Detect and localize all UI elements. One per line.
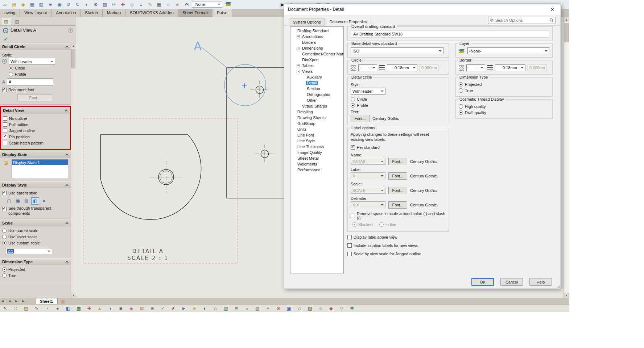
- tree-item-orthographic[interactable]: Orthographic: [290, 92, 343, 97]
- panel-scrollbar[interactable]: ▴ ▾: [71, 43, 76, 298]
- tree-item-drawing-sheets[interactable]: Drawing Sheets: [290, 115, 343, 121]
- macro-icon-13[interactable]: ⊕: [149, 306, 155, 311]
- tab-view-layout[interactable]: View Layout: [20, 9, 51, 17]
- macro-icon-23[interactable]: ▧: [255, 306, 260, 311]
- macro-icon-6[interactable]: ▦: [76, 306, 82, 311]
- appearance-icon[interactable]: ▨: [101, 1, 108, 8]
- per-standard-checkbox[interactable]: Per standard: [351, 144, 446, 151]
- help-button[interactable]: Help: [529, 278, 552, 286]
- macro-icon-2[interactable]: ✎: [34, 306, 40, 311]
- search-icon[interactable]: [549, 18, 554, 22]
- projected-radio[interactable]: Projected: [459, 81, 549, 87]
- ok-button[interactable]: OK: [471, 278, 494, 286]
- view-icon[interactable]: ◉: [56, 1, 63, 8]
- circle-line-style-dropdown[interactable]: [358, 64, 377, 71]
- next-sheet-button[interactable]: ▶: [14, 299, 19, 304]
- drawing-vertical-scrollbar[interactable]: ▴ ▾: [563, 17, 569, 298]
- macro-icon-18[interactable]: ◐: [202, 306, 208, 311]
- scroll-thumb[interactable]: [564, 23, 569, 42]
- tree-item-annotations[interactable]: +Annotations: [290, 34, 343, 39]
- scale-by-view-scale-checkbox[interactable]: Scale by view scale for Jagged outline: [347, 251, 449, 257]
- use-parent-scale-radio[interactable]: Use parent scale: [2, 228, 69, 234]
- true-radio[interactable]: True: [2, 273, 69, 279]
- dimension-type-section-header[interactable]: Dimension Type: [0, 258, 71, 265]
- configurations-tab[interactable]: ▥: [12, 18, 22, 25]
- tree-expander-icon[interactable]: +: [297, 35, 300, 38]
- tree-item-sheet-metal[interactable]: Sheet Metal: [290, 155, 343, 161]
- use-custom-scale-radio[interactable]: Use custom scale: [2, 240, 69, 246]
- profile-radio[interactable]: Profile: [9, 71, 69, 77]
- dialog-title-bar[interactable]: Document Properties - Detail ✕: [284, 4, 561, 15]
- tab-solidworks-add-ins[interactable]: SOLIDWORKS Add-Ins: [125, 9, 178, 17]
- tree-item-image-quality[interactable]: Image Quality: [290, 150, 343, 155]
- scale-hatch-pattern-checkbox[interactable]: Scale hatch pattern: [3, 140, 68, 146]
- see-through-transparent-checkbox[interactable]: See through transparent components: [2, 206, 69, 216]
- macro-icon-14[interactable]: ✓: [160, 306, 166, 311]
- smart-dimension-icon[interactable]: ✚: [119, 1, 127, 8]
- no-outline-checkbox[interactable]: No outline: [3, 115, 68, 121]
- draft-quality-radio[interactable]: Draft quality: [459, 109, 549, 116]
- tab-annotation[interactable]: Annotation: [52, 9, 81, 17]
- jagged-outline-checkbox[interactable]: Jagged outline: [3, 127, 68, 134]
- tree-item-line-thickness[interactable]: Line Thickness: [290, 144, 343, 150]
- tree-item-line-font[interactable]: Line Font: [290, 132, 343, 138]
- label-option-dropdown[interactable]: X:X: [351, 201, 385, 208]
- include-location-labels-checkbox[interactable]: Include location labels for new views: [347, 243, 449, 249]
- font-button[interactable]: Font...: [17, 94, 52, 101]
- confirm-check-button[interactable]: ✓: [4, 36, 8, 42]
- document-font-checkbox[interactable]: Document font: [2, 87, 69, 93]
- sketch-icon[interactable]: ✏: [110, 1, 117, 8]
- tree-item-detailing[interactable]: Detailing: [290, 109, 343, 115]
- macro-icon-29[interactable]: ○: [318, 306, 323, 311]
- circle-custom-thickness-input[interactable]: [420, 64, 438, 71]
- layer-dropdown[interactable]: -None-: [467, 47, 549, 54]
- macro-icon-4[interactable]: ●: [55, 306, 61, 311]
- macro-icon-15[interactable]: ✗: [170, 306, 176, 311]
- tree-item-dimensions[interactable]: +Dimensions: [290, 45, 343, 51]
- true-radio[interactable]: True: [459, 87, 549, 93]
- macro-icon-27[interactable]: ◇: [297, 306, 302, 311]
- scroll-up-button[interactable]: ▴: [71, 43, 76, 48]
- font-button[interactable]: Font...: [388, 187, 407, 194]
- layer-dropdown[interactable]: -None-: [192, 1, 222, 8]
- property-manager-tab[interactable]: ▤: [1, 18, 11, 25]
- projected-radio[interactable]: Projected: [2, 267, 69, 273]
- macro-icon-16[interactable]: ►: [181, 306, 187, 311]
- label-option-dropdown[interactable]: DETAIL: [351, 158, 385, 165]
- redo-icon[interactable]: ↻: [74, 1, 81, 8]
- undo-icon[interactable]: ↺: [65, 1, 72, 8]
- save-all-icon[interactable]: ▧: [38, 1, 45, 8]
- system-options-tab[interactable]: System Options: [289, 18, 325, 25]
- detail-circle-font-button[interactable]: Font...: [351, 115, 370, 122]
- previous-sheet-button[interactable]: ◀: [7, 299, 12, 304]
- tree-item-section[interactable]: Section: [290, 86, 343, 92]
- macro-icon-30[interactable]: ◆: [328, 306, 334, 311]
- full-outline-checkbox[interactable]: Full outline: [3, 121, 68, 127]
- tree-item-units[interactable]: Units: [290, 126, 343, 132]
- detail-circle-section-header[interactable]: Detail Circle: [0, 43, 71, 50]
- custom-scale-dropdown[interactable]: 2:1: [5, 248, 52, 255]
- tree-item-other[interactable]: Other: [290, 97, 343, 103]
- detail-circle-style-dropdown[interactable]: With leader: [351, 88, 385, 95]
- font-button[interactable]: Font...: [388, 158, 407, 165]
- font-button[interactable]: Font...: [388, 172, 407, 180]
- scroll-down-button[interactable]: ▾: [71, 293, 76, 298]
- macro-icon-7[interactable]: ✚: [86, 306, 92, 311]
- tree-item-tables[interactable]: +Tables: [290, 63, 343, 68]
- favorites-icon[interactable]: ★: [174, 1, 181, 8]
- collapse-toolbar-chevron[interactable]: [185, 3, 189, 7]
- profile-radio[interactable]: Profile: [351, 102, 446, 108]
- tree-item-borders[interactable]: Borders: [290, 39, 343, 45]
- scale-section-header[interactable]: Scale: [0, 219, 71, 226]
- tree-item-auxiliary[interactable]: Auxiliary: [290, 74, 343, 80]
- tree-expander-icon[interactable]: +: [297, 47, 300, 50]
- select-cursor-icon[interactable]: ↖: [2, 306, 8, 311]
- macro-icon-21[interactable]: ≡: [234, 306, 239, 311]
- rebuild-icon[interactable]: ◐: [83, 1, 90, 8]
- tree-item-weldments[interactable]: Weldments: [290, 161, 343, 167]
- table-icon[interactable]: ▦: [156, 1, 163, 8]
- macro-icon-11[interactable]: ◈: [128, 306, 134, 311]
- save-icon[interactable]: ▦: [29, 1, 36, 8]
- macro-icon-32[interactable]: ✱: [349, 306, 355, 311]
- sheet-tab[interactable]: Sheet1: [35, 298, 58, 304]
